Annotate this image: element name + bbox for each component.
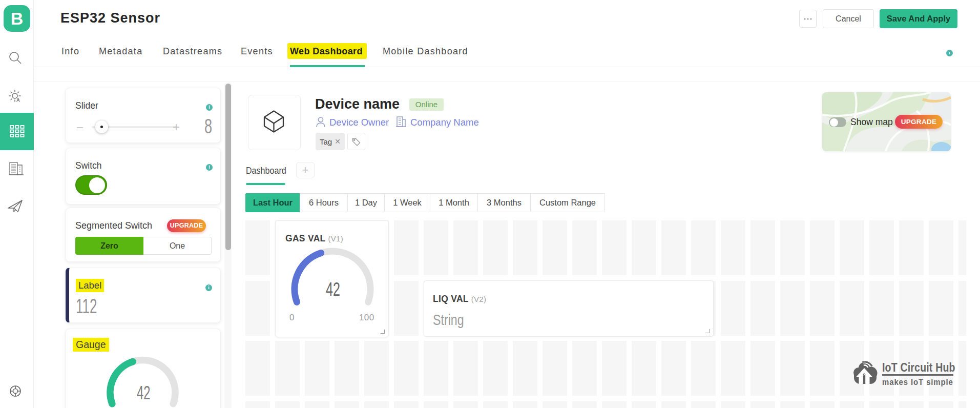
svg-text:A: A <box>16 97 20 103</box>
